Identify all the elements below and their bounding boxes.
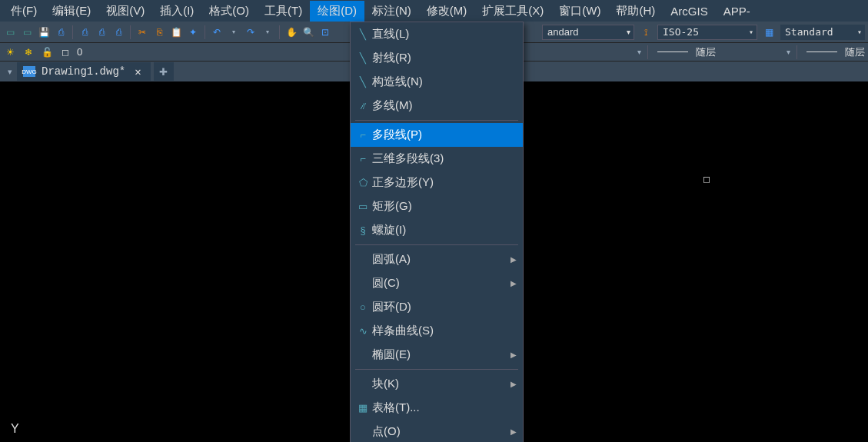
color-dropdown-arrow[interactable]: ▾ xyxy=(637,48,641,56)
menu-separator xyxy=(355,120,518,121)
draw-menu-item[interactable]: ╲射线(R) xyxy=(351,46,523,70)
menu-item-label: 螺旋(I) xyxy=(372,223,517,238)
plot-icon[interactable]: ⎙ xyxy=(111,25,125,39)
draw-menu-item[interactable]: §螺旋(I) xyxy=(351,218,523,242)
close-tab-icon[interactable]: ✕ xyxy=(131,65,144,78)
menu-item-label: 点(O) xyxy=(372,424,510,439)
menu-item-label: 样条曲线(S) xyxy=(372,324,517,338)
menu-window[interactable]: 窗口(W) xyxy=(551,1,608,22)
menu-item-label: 圆(C) xyxy=(372,276,510,291)
layer-name: 0 xyxy=(77,46,82,58)
undo-icon[interactable]: ↶ xyxy=(210,25,224,39)
menu-file[interactable]: 件(F) xyxy=(3,1,45,22)
draw-menu-item[interactable]: 块(K)▶ xyxy=(351,372,523,396)
textstyle-dropdown[interactable]: andard xyxy=(542,25,634,40)
draw-menu-item[interactable]: ╲直线(L) xyxy=(351,22,523,46)
box-icon[interactable]: ◻ xyxy=(58,45,72,59)
pan-icon[interactable]: ✋ xyxy=(284,25,298,39)
redo-icon[interactable]: ↷ xyxy=(244,25,258,39)
menu-separator xyxy=(355,369,518,370)
submenu-arrow-icon: ▶ xyxy=(510,255,517,264)
menu-item-icon: ○ xyxy=(354,301,372,313)
draw-menu-item[interactable]: ○圆环(D) xyxy=(351,295,523,319)
menu-item-icon: ⌐ xyxy=(354,129,372,141)
draw-menu-dropdown: ╲直线(L)╲射线(R)╲构造线(N)⫽多线(M)⌐多段线(P)⌐三维多段线(3… xyxy=(350,22,524,442)
draw-menu-item[interactable]: 椭圆(E)▶ xyxy=(351,343,523,367)
paste-icon[interactable]: 📋 xyxy=(169,25,183,39)
draw-menu-item[interactable]: ▭矩形(G) xyxy=(351,194,523,218)
menu-help[interactable]: 帮助(H) xyxy=(608,1,663,22)
separator xyxy=(205,25,205,39)
menu-modify[interactable]: 修改(M) xyxy=(419,1,475,22)
menu-item-icon: ⫽ xyxy=(354,100,372,111)
menu-edit[interactable]: 编辑(E) xyxy=(45,1,98,22)
new-icon[interactable]: ▭ xyxy=(3,25,17,39)
separator xyxy=(72,25,73,39)
lineweight-preview xyxy=(806,52,837,52)
menu-item-icon: ╲ xyxy=(354,52,372,64)
menu-format[interactable]: 格式(O) xyxy=(201,1,257,22)
viewport-marker-icon: ◻ xyxy=(703,174,710,184)
menu-tools[interactable]: 工具(T) xyxy=(257,1,310,22)
save-icon[interactable]: 💾 xyxy=(37,25,51,39)
menu-app[interactable]: APP- xyxy=(716,2,758,21)
ucs-y-axis-icon: Y xyxy=(11,422,19,436)
menu-item-label: 表格(T)... xyxy=(372,400,517,415)
menu-item-label: 椭圆(E) xyxy=(372,347,510,362)
submenu-arrow-icon: ▶ xyxy=(510,279,517,287)
linetype-dropdown-arrow[interactable]: ▾ xyxy=(787,48,790,56)
draw-menu-item[interactable]: ⬠正多边形(Y) xyxy=(351,171,523,194)
undo-dropdown-icon[interactable]: ▾ xyxy=(227,25,241,39)
submenu-arrow-icon: ▶ xyxy=(510,351,517,359)
new-tab-button[interactable]: ✚ xyxy=(154,62,174,81)
menu-insert[interactable]: 插入(I) xyxy=(152,1,201,22)
draw-menu-item[interactable]: ⌐三维多段线(3) xyxy=(351,147,523,171)
menu-extend[interactable]: 扩展工具(X) xyxy=(474,1,551,22)
sun-icon[interactable]: ☀ xyxy=(3,45,17,59)
tablestyle-dropdown[interactable]: Standard xyxy=(780,25,865,40)
copy-icon[interactable]: ⎘ xyxy=(152,25,166,39)
submenu-arrow-icon: ▶ xyxy=(510,427,517,436)
menu-annotate[interactable]: 标注(N) xyxy=(364,1,419,22)
menu-item-icon: ⬠ xyxy=(354,177,372,188)
separator xyxy=(279,25,280,39)
draw-menu-item[interactable]: ⌐多段线(P) xyxy=(351,123,523,147)
draw-menu-item[interactable]: 圆弧(A)▶ xyxy=(351,248,523,271)
tablestyle-icon[interactable]: ▦ xyxy=(762,25,776,39)
saveall-icon[interactable]: ⎙ xyxy=(54,25,68,39)
draw-menu-item[interactable]: 圆(C)▶ xyxy=(351,271,523,295)
dwg-icon: DWG xyxy=(23,66,35,77)
draw-menu-item[interactable]: ▦表格(T)... xyxy=(351,396,523,420)
menu-item-icon: § xyxy=(354,224,372,236)
linetype-label: 随层 xyxy=(696,45,716,59)
dimstyle-icon[interactable]: ⟟ xyxy=(639,25,653,39)
redo-dropdown-icon[interactable]: ▾ xyxy=(261,25,274,39)
file-tab-label: Drawing1.dwg* xyxy=(42,65,125,78)
zoom-icon[interactable]: 🔍 xyxy=(301,25,315,39)
draw-menu-item[interactable]: ∿样条曲线(S) xyxy=(351,319,523,343)
menu-item-icon: ╲ xyxy=(354,76,372,88)
menu-item-label: 直线(L) xyxy=(372,27,517,42)
menu-view[interactable]: 视图(V) xyxy=(98,1,152,22)
preview-icon[interactable]: ⎙ xyxy=(95,25,108,39)
menu-arcgis[interactable]: ArcGIS xyxy=(663,2,715,21)
tab-scroll-icon[interactable]: ▾ xyxy=(3,67,17,77)
open-icon[interactable]: ▭ xyxy=(20,25,34,39)
print-icon[interactable]: ⎙ xyxy=(78,25,91,39)
brush-icon[interactable]: ✦ xyxy=(186,25,200,39)
menu-item-icon: ╲ xyxy=(354,28,372,40)
menu-draw[interactable]: 绘图(D) xyxy=(310,1,364,22)
file-tab[interactable]: DWG Drawing1.dwg* ✕ xyxy=(17,62,151,81)
menu-separator xyxy=(355,244,518,245)
dimstyle-dropdown[interactable]: ISO-25 xyxy=(657,25,757,40)
draw-menu-item[interactable]: ╲构造线(N) xyxy=(351,70,523,94)
separator xyxy=(647,45,648,59)
menu-item-label: 圆环(D) xyxy=(372,300,517,314)
menu-item-icon: ∿ xyxy=(354,325,372,337)
lock-icon[interactable]: 🔓 xyxy=(40,45,54,59)
zoom-extents-icon[interactable]: ⊡ xyxy=(318,25,332,39)
draw-menu-item[interactable]: ⫽多线(M) xyxy=(351,94,523,118)
draw-menu-item[interactable]: 点(O)▶ xyxy=(351,420,523,442)
snowflake-icon[interactable]: ❄ xyxy=(22,45,35,59)
cut-icon[interactable]: ✂ xyxy=(135,25,149,39)
